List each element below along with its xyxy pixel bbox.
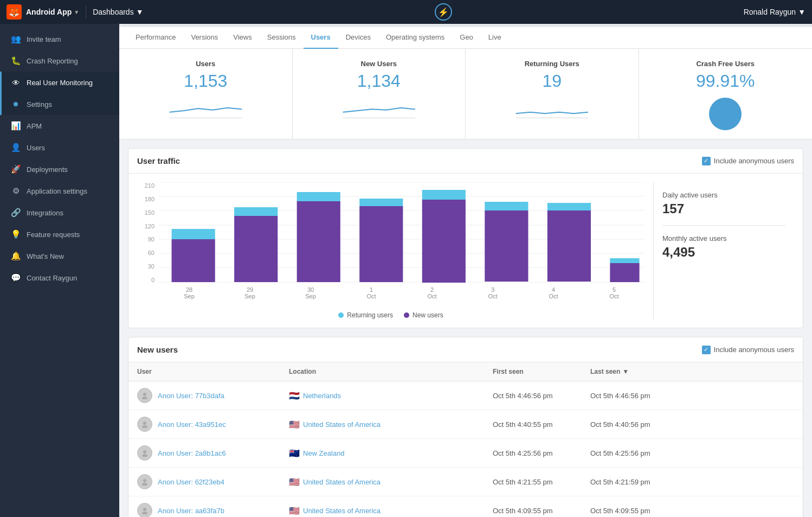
- first-seen-4: Oct 5th 4:21:55 pm: [493, 478, 590, 486]
- location-link-4[interactable]: United States of America: [303, 478, 381, 486]
- svg-point-18: [142, 483, 147, 486]
- flag-1: 🇳🇱: [289, 391, 300, 401]
- apm-icon: 📊: [10, 120, 21, 131]
- svg-point-14: [142, 425, 147, 428]
- user-cell-2: Anon User: 43a951ec: [137, 417, 289, 432]
- main-content: + Add filter 📅 09/28/2020 4:56 PM - 10/0…: [119, 0, 812, 517]
- sidebar-label-app-settings: Application settings: [27, 187, 87, 195]
- last-seen-2: Oct 5th 4:40:56 pm: [590, 420, 794, 429]
- chart-legend: Returning users New users: [137, 307, 645, 319]
- user-link-5[interactable]: Anon User: aa63fa7b: [158, 507, 224, 515]
- user-cell-5: Anon User: aa63fa7b: [137, 503, 289, 517]
- crash-free-circle: [709, 98, 742, 130]
- settings-dot-icon: [10, 99, 21, 110]
- legend-dot-new: [404, 312, 409, 318]
- feature-requests-icon: 💡: [10, 229, 21, 240]
- svg-point-15: [143, 450, 146, 454]
- stat-users-value: 1,153: [132, 71, 279, 91]
- bar-returning-sep29: [234, 207, 278, 216]
- first-seen-3: Oct 5th 4:25:56 pm: [493, 449, 590, 457]
- sidebar-label-contact: Contact Raygun: [27, 274, 77, 282]
- last-seen-label: Last seen: [590, 368, 620, 375]
- sidebar-label-whats-new: What's New: [27, 252, 64, 260]
- tab-devices[interactable]: Devices: [338, 27, 378, 49]
- user-link-2[interactable]: Anon User: 43a951ec: [158, 420, 226, 429]
- sidebar-item-invite-team[interactable]: 👥 Invite team: [0, 28, 119, 50]
- tab-views[interactable]: Views: [225, 27, 259, 49]
- sort-icon[interactable]: ▼: [622, 368, 629, 375]
- sidebar-item-settings[interactable]: Settings: [0, 93, 119, 115]
- include-anon-toggle-users[interactable]: ✓ Include anonymous users: [702, 346, 794, 354]
- sparkline-svg-users: [132, 98, 279, 119]
- crash-reporting-icon: 🐛: [10, 55, 21, 66]
- nav-center: ⚡: [144, 3, 744, 21]
- bar-new-oct4: [547, 210, 591, 282]
- user-link-4[interactable]: Anon User: 62f23eb4: [158, 478, 224, 486]
- bar-returning-sep28: [172, 229, 215, 239]
- location-link-2[interactable]: United States of America: [303, 420, 381, 429]
- user-avatar-2: [137, 417, 152, 432]
- sidebar-item-whats-new[interactable]: 🔔 What's New: [0, 245, 119, 267]
- bar-returning-oct1: [359, 199, 403, 206]
- bar-new-oct1: [359, 206, 403, 282]
- sidebar-item-rum[interactable]: 👁 Real User Monitoring: [0, 72, 119, 93]
- y-label-180: 180: [137, 196, 154, 202]
- tab-versions[interactable]: Versions: [183, 27, 225, 49]
- bolt-icon[interactable]: ⚡: [435, 3, 452, 21]
- dashboards-selector[interactable]: Dashboards ▼: [93, 8, 143, 16]
- x-label-oct3: 3Oct: [462, 283, 523, 307]
- user-cell-1: Anon User: 77b3dafa: [137, 388, 289, 403]
- anon-checkbox-users[interactable]: ✓: [702, 346, 711, 354]
- flag-3: 🇳🇿: [289, 448, 300, 458]
- sidebar-item-feature-requests[interactable]: 💡 Feature requests: [0, 224, 119, 245]
- stat-crash-free-value: 99.91%: [652, 71, 800, 91]
- svg-point-13: [143, 422, 146, 425]
- tab-performance[interactable]: Performance: [128, 27, 183, 49]
- include-anon-label-users: Include anonymous users: [714, 346, 794, 354]
- dashboards-chevron-icon: ▼: [136, 8, 144, 16]
- col-location: Location: [289, 368, 493, 375]
- sidebar-label-integrations: Integrations: [27, 209, 63, 217]
- tab-live[interactable]: Live: [481, 27, 509, 49]
- user-menu[interactable]: Ronald Raygun ▼: [744, 8, 805, 16]
- new-users-header: New users ✓ Include anonymous users: [128, 337, 803, 362]
- tab-sessions[interactable]: Sessions: [260, 27, 304, 49]
- anon-checkbox-traffic[interactable]: ✓: [702, 157, 711, 165]
- location-link-3[interactable]: New Zealand: [303, 449, 345, 457]
- app-selector[interactable]: Android App ▼: [26, 8, 79, 16]
- stat-returning-sparkline: [479, 98, 626, 119]
- user-avatar-1: [137, 388, 152, 403]
- svg-point-12: [142, 397, 147, 399]
- sidebar-item-users[interactable]: 👤 Users: [0, 137, 119, 158]
- x-label-oct1: 1Oct: [341, 283, 402, 307]
- sidebar-item-contact[interactable]: 💬 Contact Raygun: [0, 267, 119, 289]
- include-anon-toggle-traffic[interactable]: ✓ Include anonymous users: [702, 157, 794, 165]
- x-label-sep29: 29Sep: [220, 283, 280, 307]
- bar-new-sep29: [234, 216, 278, 282]
- stat-crash-free-label: Crash Free Users: [652, 60, 800, 68]
- user-link-3[interactable]: Anon User: 2a8b1ac6: [158, 449, 226, 457]
- y-axis: 210 180 150 120 90 60 30 0: [137, 182, 157, 283]
- sidebar-item-app-settings[interactable]: ⚙ Application settings: [0, 180, 119, 202]
- app-settings-icon: ⚙: [10, 186, 21, 196]
- sidebar-item-integrations[interactable]: 🔗 Integrations: [0, 202, 119, 224]
- user-cell-3: Anon User: 2a8b1ac6: [137, 445, 289, 461]
- tab-operating-systems[interactable]: Operating systems: [378, 27, 452, 49]
- new-users-title: New users: [137, 345, 178, 354]
- sidebar-item-apm[interactable]: 📊 APM: [0, 115, 119, 137]
- daily-active-label: Daily active users: [662, 191, 785, 199]
- stats-section: Users 1,153 New Users 1,134 Returning Us…: [119, 49, 812, 139]
- stat-new-users: New Users 1,134: [293, 49, 466, 139]
- y-label-60: 60: [137, 250, 154, 256]
- tab-users[interactable]: Users: [304, 27, 338, 49]
- user-chevron-icon: ▼: [798, 8, 805, 16]
- y-label-120: 120: [137, 223, 154, 229]
- sidebar-item-deployments[interactable]: 🚀 Deployments: [0, 158, 119, 180]
- sidebar-item-crash-reporting[interactable]: 🐛 Crash Reporting: [0, 50, 119, 72]
- location-link-1[interactable]: Netherlands: [303, 392, 341, 400]
- tab-geo[interactable]: Geo: [452, 27, 481, 49]
- user-link-1[interactable]: Anon User: 77b3dafa: [158, 392, 224, 400]
- first-seen-1: Oct 5th 4:46:56 pm: [493, 392, 590, 400]
- x-label-oct4: 4Oct: [523, 283, 584, 307]
- location-link-5[interactable]: United States of America: [303, 507, 381, 515]
